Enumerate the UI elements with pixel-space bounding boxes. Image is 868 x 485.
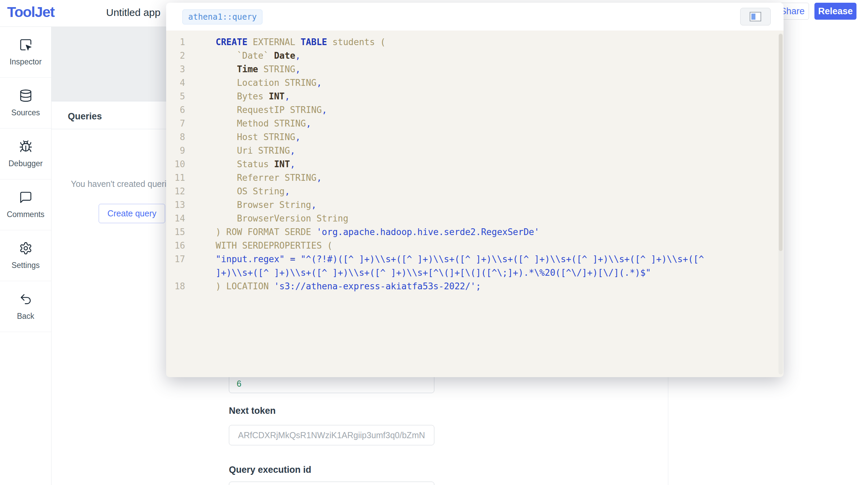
query-execution-id-label: Query execution id [229, 465, 311, 475]
code-line-text: ) ROW FORMAT SERDE 'org.apache.hadoop.hi… [216, 225, 709, 239]
code-line: 14 BrowserVersion String [166, 212, 784, 225]
left-sidebar: InspectorSourcesDebuggerCommentsSettings… [0, 26, 52, 485]
create-query-button[interactable]: Create query [99, 204, 165, 223]
code-line-text: Browser String, [216, 198, 709, 212]
code-line-text: Uri STRING, [216, 144, 709, 157]
dock-panel-button[interactable] [740, 8, 771, 25]
sidebar-item-label: Comments [7, 210, 44, 219]
line-number: 18 [166, 279, 185, 293]
query-name-badge: athena1::query [182, 9, 262, 24]
code-line-text: WITH SERDEPROPERTIES ( [216, 239, 709, 252]
sidebar-item-settings[interactable]: Settings [0, 230, 51, 281]
line-number: 6 [166, 103, 185, 117]
modal-header: athena1::query [166, 3, 784, 31]
next-token-label: Next token [229, 406, 276, 416]
code-line: 15) ROW FORMAT SERDE 'org.apache.hadoop.… [166, 225, 784, 239]
release-button[interactable]: Release [814, 3, 856, 20]
line-number: 1 [166, 35, 185, 49]
code-line-text: Referrer STRING, [216, 171, 709, 185]
line-number: 14 [166, 212, 185, 225]
code-line: 17"input.regex" = "^(?!#)([^ ]+)\\s+([^ … [166, 252, 784, 279]
code-line: 5 Bytes INT, [166, 90, 784, 103]
inspector-icon [19, 38, 33, 53]
sql-code-editor[interactable]: 1CREATE EXTERNAL TABLE students (2 `Date… [166, 31, 784, 377]
line-number: 9 [166, 144, 185, 157]
code-line-text: OS String, [216, 185, 709, 198]
code-line: 4 Location STRING, [166, 76, 784, 90]
sidebar-item-label: Settings [12, 261, 40, 270]
sidebar-item-sources[interactable]: Sources [0, 78, 51, 129]
code-line: 3 Time STRING, [166, 62, 784, 76]
code-line-text: CREATE EXTERNAL TABLE students ( [216, 35, 709, 49]
next-token-input[interactable] [229, 425, 434, 445]
bug-icon [19, 140, 33, 155]
line-number: 4 [166, 76, 185, 90]
code-line: 18) LOCATION 's3://athena-express-akiatf… [166, 279, 784, 293]
sidebar-item-back[interactable]: Back [0, 281, 51, 332]
sidebar-item-inspector[interactable]: Inspector [0, 27, 51, 78]
query-preview-modal: athena1::query 1CREATE EXTERNAL TABLE st… [166, 3, 784, 377]
line-number: 16 [166, 239, 185, 252]
code-line: 12 OS String, [166, 185, 784, 198]
code-line: 13 Browser String, [166, 198, 784, 212]
modal-scrollbar[interactable] [778, 33, 783, 374]
back-icon [19, 292, 33, 307]
code-line: 1CREATE EXTERNAL TABLE students ( [166, 35, 784, 49]
code-line: 2 `Date` Date, [166, 49, 784, 62]
code-line: 10 Status INT, [166, 157, 784, 171]
line-number: 7 [166, 117, 185, 130]
code-line: 11 Referrer STRING, [166, 171, 784, 185]
app-title[interactable]: Untitled app [106, 7, 160, 18]
code-line-text: RequestIP STRING, [216, 103, 709, 117]
query-execution-id-input[interactable] [229, 482, 434, 485]
code-line: 16WITH SERDEPROPERTIES ( [166, 239, 784, 252]
line-number: 5 [166, 90, 185, 103]
code-line-text: BrowserVersion String [216, 212, 709, 225]
line-number: 11 [166, 171, 185, 185]
gear-icon [19, 241, 33, 256]
sidebar-item-label: Inspector [9, 57, 42, 66]
comment-icon [19, 191, 33, 206]
queries-panel-title: Queries [68, 111, 102, 122]
partial-input-value: 6 [237, 379, 241, 389]
code-line-text: "input.regex" = "^(?!#)([^ ]+)\\s+([^ ]+… [216, 252, 709, 279]
line-number: 15 [166, 225, 185, 239]
code-line-text: Location STRING, [216, 76, 709, 90]
line-number: 3 [166, 62, 185, 76]
sidebar-item-label: Debugger [8, 159, 43, 168]
line-number: 17 [166, 252, 185, 279]
code-line: 6 RequestIP STRING, [166, 103, 784, 117]
database-icon [19, 89, 33, 104]
modal-scrollbar-thumb[interactable] [779, 34, 783, 251]
code-line-text: `Date` Date, [216, 49, 709, 62]
tooljet-logo: ToolJet [7, 4, 54, 20]
line-number: 8 [166, 130, 185, 144]
sidebar-item-label: Sources [11, 108, 40, 117]
line-number: 2 [166, 49, 185, 62]
code-line-text: Method STRING, [216, 117, 709, 130]
code-line: 7 Method STRING, [166, 117, 784, 130]
line-number: 13 [166, 198, 185, 212]
code-line: 9 Uri STRING, [166, 144, 784, 157]
code-line-text: ) LOCATION 's3://athena-express-akiatfa5… [216, 279, 709, 293]
sidebar-item-label: Back [17, 312, 34, 321]
dock-window-icon [750, 12, 761, 21]
line-number: 10 [166, 157, 185, 171]
code-line-text: Status INT, [216, 157, 709, 171]
sidebar-item-debugger[interactable]: Debugger [0, 129, 51, 179]
line-number: 12 [166, 185, 185, 198]
sidebar-item-comments[interactable]: Comments [0, 179, 51, 230]
code-line-text: Host STRING, [216, 130, 709, 144]
code-line: 8 Host STRING, [166, 130, 784, 144]
code-line-text: Bytes INT, [216, 90, 709, 103]
code-line-text: Time STRING, [216, 62, 709, 76]
